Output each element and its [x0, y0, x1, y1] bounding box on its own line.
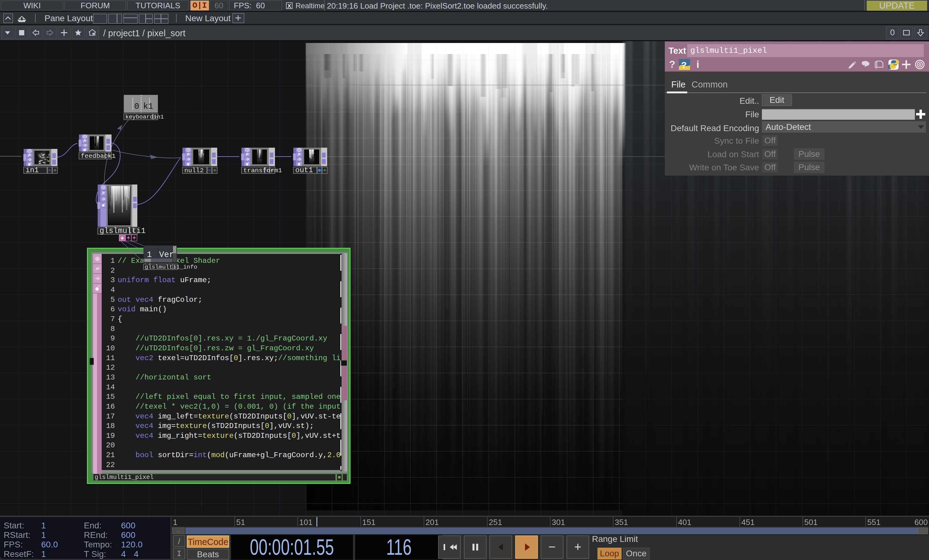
svg-text:in1: in1 [26, 166, 39, 174]
svg-text:k1: k1 [143, 102, 153, 111]
svg-text:Ver: Ver [159, 250, 174, 259]
svg-text:keyboardin1: keyboardin1 [125, 113, 164, 120]
svg-text:feedback1: feedback1 [81, 153, 115, 160]
svg-text:transform1: transform1 [243, 167, 282, 174]
svg-text:?: ? [681, 60, 687, 70]
svg-text:1: 1 [147, 250, 152, 259]
svg-text:glslmulti1_info: glslmulti1_info [145, 264, 197, 271]
svg-text:null2: null2 [184, 167, 204, 174]
svg-text:0: 0 [134, 102, 139, 111]
svg-text:out1: out1 [295, 166, 313, 174]
